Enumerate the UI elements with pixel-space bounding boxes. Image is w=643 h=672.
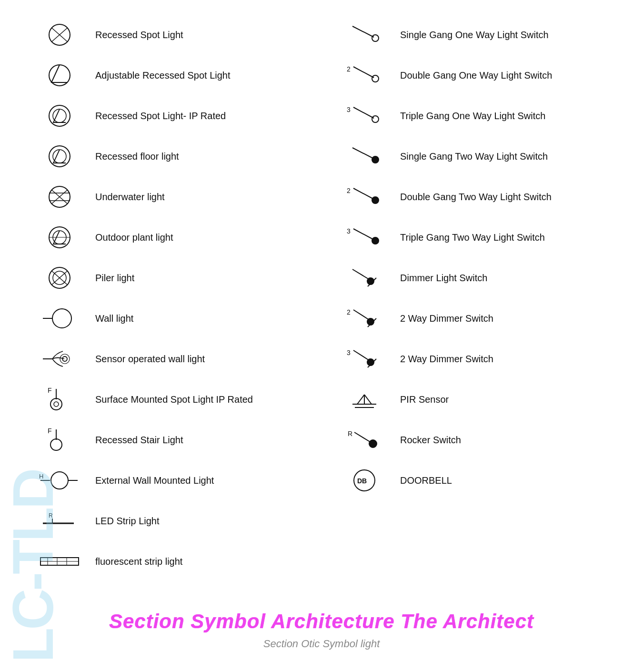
legend-item-2-way-dimmer-1: 2 2 Way Dimmer Switch xyxy=(338,298,629,338)
svg-point-78 xyxy=(369,440,377,448)
svg-text:DB: DB xyxy=(357,477,367,485)
label-adjustable-recessed-spot-light: Adjustable Recessed Spot Light xyxy=(95,69,231,81)
label-led-strip-light: LED Strip Light xyxy=(95,515,160,527)
legend-item-2-way-dimmer-2: 3 2 Way Dimmer Switch xyxy=(338,338,629,379)
svg-text:3: 3 xyxy=(347,349,351,356)
svg-line-47 xyxy=(353,67,374,78)
legend-item-dimmer-light-switch: Dimmer Light Switch xyxy=(338,257,629,298)
symbol-doorbell: DB xyxy=(338,465,391,496)
symbol-pir-sensor xyxy=(338,384,391,415)
symbol-single-gang-two-way xyxy=(338,141,391,172)
right-column: Single Gang One Way Light Switch2 Double… xyxy=(324,14,629,581)
svg-point-59 xyxy=(372,237,379,244)
label-double-gang-two-way: Double Gang Two Way Light Switch xyxy=(400,191,552,203)
svg-text:2: 2 xyxy=(347,187,351,194)
legend-item-recessed-stair-light: FRecessed Stair Light xyxy=(33,419,324,460)
legend-item-adjustable-recessed-spot-light: Adjustable Recessed Spot Light xyxy=(33,55,324,95)
legend-item-doorbell: DBDOORBELL xyxy=(338,460,629,500)
legend-item-underwater-light: Underwater light xyxy=(33,176,324,217)
label-recessed-stair-light: Recessed Stair Light xyxy=(95,434,183,446)
symbol-single-gang-one-way xyxy=(338,19,391,50)
footer-title: Section Symbol Architecture The Architec… xyxy=(0,601,643,638)
label-triple-gang-two-way: Triple Gang Two Way Light Switch xyxy=(400,231,545,244)
symbol-dimmer-light-switch xyxy=(338,262,391,293)
svg-line-44 xyxy=(352,26,374,37)
label-recessed-spot-light: Recessed Spot Light xyxy=(95,29,183,41)
svg-line-74 xyxy=(364,395,372,404)
legend-item-external-wall-mounted: HExternal Wall Mounted Light xyxy=(33,460,324,500)
legend-item-piler-light: Piler light xyxy=(33,257,324,298)
legend-item-recessed-spot-light-ip: Recessed Spot Light- IP Rated xyxy=(33,95,324,136)
svg-line-58 xyxy=(353,229,374,240)
svg-text:3: 3 xyxy=(347,227,351,235)
label-single-gang-one-way: Single Gang One Way Light Switch xyxy=(400,29,549,41)
label-outdoor-plant-light: Outdoor plant light xyxy=(95,231,173,244)
svg-point-53 xyxy=(372,156,379,163)
legend-item-sensor-wall-light: Sensor operated wall light xyxy=(33,338,324,379)
symbol-triple-gang-two-way: 3 xyxy=(338,222,391,253)
legend-item-recessed-floor-light: Recessed floor light xyxy=(33,136,324,176)
label-2-way-dimmer-2: 2 Way Dimmer Switch xyxy=(400,353,493,365)
label-2-way-dimmer-1: 2 Way Dimmer Switch xyxy=(400,312,493,325)
svg-text:2: 2 xyxy=(347,65,351,73)
label-external-wall-mounted: External Wall Mounted Light xyxy=(95,474,214,487)
label-sensor-wall-light: Sensor operated wall light xyxy=(95,353,205,365)
svg-text:2: 2 xyxy=(347,308,351,316)
label-rocker-switch: Rocker Switch xyxy=(400,434,461,446)
legend-item-outdoor-plant-light: Outdoor plant light xyxy=(33,217,324,257)
label-recessed-spot-light-ip: Recessed Spot Light- IP Rated xyxy=(95,110,226,122)
legend-item-recessed-spot-light: Recessed Spot Light xyxy=(33,14,324,55)
legend-item-triple-gang-one-way: 3 Triple Gang One Way Light Switch xyxy=(338,95,629,136)
svg-point-45 xyxy=(372,35,379,41)
legend-item-fluorescent-strip: fluorescent strip light xyxy=(33,541,324,581)
label-pir-sensor: PIR Sensor xyxy=(400,393,449,406)
legend-item-wall-light: Wall light xyxy=(33,298,324,338)
label-triple-gang-one-way: Triple Gang One Way Light Switch xyxy=(400,110,545,122)
svg-line-52 xyxy=(352,148,374,159)
legend-item-led-strip-light: RLED Strip Light xyxy=(33,500,324,541)
legend-item-single-gang-two-way: Single Gang Two Way Light Switch xyxy=(338,136,629,176)
legend-item-double-gang-one-way: 2 Double Gang One Way Light Switch xyxy=(338,55,629,95)
legend-item-single-gang-one-way: Single Gang One Way Light Switch xyxy=(338,14,629,55)
watermark: LC-TLD xyxy=(0,0,68,672)
svg-point-48 xyxy=(372,75,379,82)
label-surface-mounted-spot: Surface Mounted Spot Light IP Rated xyxy=(95,393,253,406)
svg-text:R: R xyxy=(348,430,352,438)
label-single-gang-two-way: Single Gang Two Way Light Switch xyxy=(400,150,548,163)
label-underwater-light: Underwater light xyxy=(95,191,165,203)
svg-line-77 xyxy=(354,432,372,443)
svg-line-73 xyxy=(357,395,364,404)
symbol-rocker-switch: R xyxy=(338,424,391,455)
symbol-triple-gang-one-way: 3 xyxy=(338,100,391,131)
symbol-2-way-dimmer-2: 3 xyxy=(338,343,391,374)
label-piler-light: Piler light xyxy=(95,272,134,284)
svg-text:3: 3 xyxy=(347,106,351,113)
label-double-gang-one-way: Double Gang One Way Light Switch xyxy=(400,69,552,81)
symbol-double-gang-one-way: 2 xyxy=(338,60,391,91)
label-dimmer-light-switch: Dimmer Light Switch xyxy=(400,272,487,284)
legend-item-triple-gang-two-way: 3 Triple Gang Two Way Light Switch xyxy=(338,217,629,257)
legend-item-surface-mounted-spot: FSurface Mounted Spot Light IP Rated xyxy=(33,379,324,419)
label-wall-light: Wall light xyxy=(95,312,133,325)
legend-item-double-gang-two-way: 2 Double Gang Two Way Light Switch xyxy=(338,176,629,217)
label-fluorescent-strip: fluorescent strip light xyxy=(95,555,182,568)
svg-line-50 xyxy=(353,107,374,118)
symbol-double-gang-two-way: 2 xyxy=(338,181,391,212)
label-recessed-floor-light: Recessed floor light xyxy=(95,150,179,163)
label-doorbell: DOORBELL xyxy=(400,474,452,487)
symbol-2-way-dimmer-1: 2 xyxy=(338,303,391,334)
svg-line-55 xyxy=(353,188,374,199)
legend-item-pir-sensor: PIR Sensor xyxy=(338,379,629,419)
legend-item-rocker-switch: R Rocker Switch xyxy=(338,419,629,460)
svg-point-56 xyxy=(372,197,379,204)
left-column: Recessed Spot Light Adjustable Recessed … xyxy=(33,14,324,581)
footer-subtitle: Section Otic Symbol light xyxy=(0,638,643,660)
svg-point-51 xyxy=(372,116,379,122)
